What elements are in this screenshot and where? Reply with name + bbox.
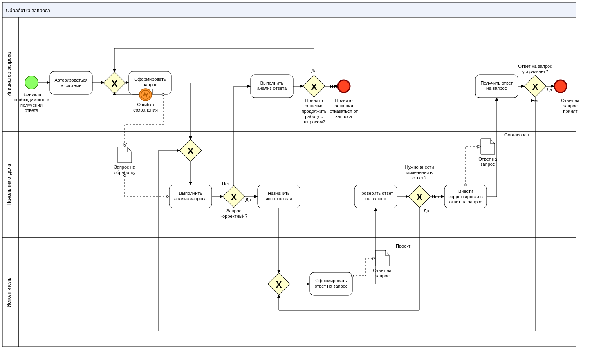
data-appr-name2: запрос	[481, 162, 495, 167]
gw-changes-q1: Нужно внести	[405, 165, 434, 170]
start-label-1: Возникла	[22, 92, 42, 97]
gw-changes-q3: ответ?	[412, 175, 426, 180]
data-object-approved	[481, 139, 495, 154]
task-assign-l2: исполнителя	[265, 196, 292, 201]
bpmn-diagram: Обработка запроса Инициатор запроса Нача…	[0, 0, 612, 364]
svg-text:X: X	[188, 146, 194, 156]
task-form-ans-l1: Сформировать	[315, 278, 347, 283]
gw-reqok-q2: корректный?	[220, 214, 247, 219]
task-analyze-req-l2: анализ запроса	[174, 196, 207, 201]
end2-l3: принят	[563, 109, 577, 114]
data-req-l1: Запрос на	[114, 165, 136, 170]
end2-l1: Ответ на	[561, 98, 580, 103]
task-check-l2: на запрос	[365, 196, 386, 201]
data-object-request	[118, 147, 132, 163]
lane-body-initiator	[19, 17, 576, 132]
svg-text:X: X	[231, 192, 237, 202]
start-label-4: ответа	[25, 108, 38, 113]
start-label-2: необходимость в	[14, 97, 49, 102]
gw-reqok-q1: Запрос	[226, 208, 242, 213]
gw-accept-q1: Ответ на запрос	[518, 64, 552, 69]
data-proj-state: Проект	[396, 243, 410, 248]
task-correct-l3: ответ на запрос	[449, 199, 482, 204]
boundary-error-event	[139, 89, 152, 101]
gw-accept-no: Нет	[531, 98, 539, 103]
data-req-l2: обработку	[114, 170, 136, 175]
start-event	[25, 76, 38, 89]
end1-l2: решения	[334, 103, 353, 108]
task-analyze-ans-l1: Выполнить	[260, 80, 284, 85]
lane-label-head: Начальник отдела	[6, 164, 12, 205]
task-form-ans-l2: ответ на запрос	[315, 284, 348, 288]
end-event-refuse	[338, 80, 350, 92]
task-auth-l2: в системе	[61, 83, 82, 88]
task-correct-l2: корректировки в	[448, 194, 483, 199]
task-analyze-ans-l2: анализ ответа	[257, 86, 287, 91]
svg-text:X: X	[532, 82, 538, 92]
gw-cont-q4: работу с	[305, 114, 323, 119]
task-get-ans-l1: Получить ответ	[481, 80, 513, 85]
svg-text:X: X	[112, 78, 118, 89]
end-event-accepted	[554, 80, 567, 92]
gw-cont-q2: решение	[305, 103, 323, 108]
lane-body-executor	[19, 238, 576, 347]
task-check-l1: Проверить ответ	[358, 191, 393, 196]
end2-l2: запрос	[563, 103, 578, 108]
data-appr-state: Согласован	[504, 132, 529, 137]
task-auth-l1: Авторизоваться	[54, 78, 87, 83]
gw-accept-q2: устраивает?	[522, 69, 548, 74]
task-form-req-l2: запрос	[143, 82, 157, 87]
pool-title: Обработка запроса	[6, 8, 50, 13]
pool-header	[2, 2, 576, 17]
end1-l3: отказаться от	[330, 109, 358, 114]
gw-cont-q5: запросом?	[303, 119, 325, 124]
data-appr-name1: Ответ на	[478, 156, 497, 161]
task-get-ans-l2: на запрос	[486, 86, 507, 91]
end1-l1: Принято	[335, 98, 352, 103]
error-label-1: Ошибка	[137, 102, 155, 107]
task-analyze-req-l1: Выполнить	[179, 191, 202, 196]
lane-label-executor: Исполнитель	[6, 278, 12, 308]
error-label-2: сохранения	[133, 107, 158, 112]
gw-changes-yes: Да	[424, 208, 429, 213]
gw-cont-q1: Принято	[305, 98, 323, 103]
task-assign-l1: Назначить	[268, 191, 290, 196]
task-form-req-l1: Сформировать	[134, 77, 166, 82]
svg-text:X: X	[417, 192, 423, 202]
data-object-project	[375, 250, 389, 266]
svg-text:X: X	[276, 279, 282, 290]
end1-l4: запроса	[336, 114, 353, 119]
gw-accept-yes: Да	[547, 87, 552, 92]
gw-reqok-no: Нет	[222, 181, 230, 186]
task-correct-l1: Внести	[458, 189, 473, 194]
gw-reqok-yes: Да	[245, 197, 251, 202]
lane-label-initiator: Инициатор запроса	[6, 52, 12, 96]
data-proj-name2: запрос	[375, 273, 390, 278]
svg-text:X: X	[311, 82, 317, 92]
gw-cont-q3: продолжить	[302, 109, 327, 114]
gw-changes-q2: изменения в	[406, 170, 433, 175]
start-label-3: получении	[20, 103, 43, 107]
